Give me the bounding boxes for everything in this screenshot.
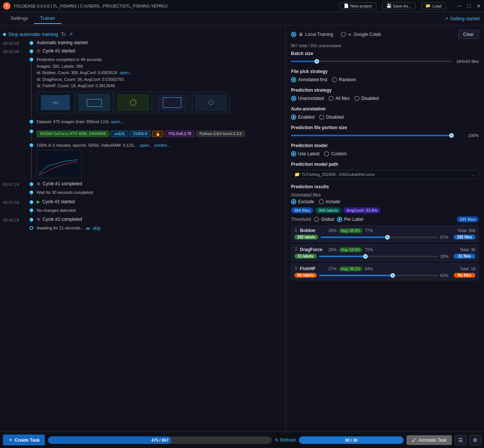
label-bobber-slider[interactable] bbox=[321, 237, 438, 238]
batch-size-thumb[interactable] bbox=[315, 59, 319, 64]
custom-radio[interactable] bbox=[324, 151, 329, 156]
prediction-file-portion-label: Prediction file portion size bbox=[291, 125, 479, 130]
close-button[interactable]: ✕ bbox=[477, 3, 481, 9]
label-bobber-thumb[interactable] bbox=[385, 235, 390, 240]
browse-button[interactable]: ... bbox=[472, 172, 475, 177]
prediction-file-portion-fill bbox=[291, 135, 451, 136]
all-files-option[interactable]: All files bbox=[328, 96, 350, 101]
training-chart[interactable] bbox=[37, 150, 82, 178]
training-progress-text: 100% in 3 minutes, epochs: 50/50, VideoR… bbox=[37, 142, 282, 149]
disabled-prediction-option[interactable]: Disabled bbox=[354, 96, 379, 101]
prediction-file-portion-slider[interactable]: 100% bbox=[291, 133, 479, 138]
batch-size-slider[interactable]: 16%/63 files bbox=[291, 59, 479, 64]
prediction-results-section: Prediction results Annotated files Exclu… bbox=[291, 184, 479, 280]
label-dragforce-thumb[interactable] bbox=[363, 254, 368, 259]
auto-annotation-enabled-radio[interactable] bbox=[291, 115, 296, 120]
prediction-file-portion-thumb[interactable] bbox=[449, 133, 454, 138]
save-icon: 💾 bbox=[386, 3, 392, 8]
timeline-dot bbox=[30, 58, 33, 61]
open-link-bobber[interactable]: open... bbox=[120, 70, 132, 76]
include-option[interactable]: Include bbox=[319, 199, 340, 204]
exclude-radio[interactable] bbox=[291, 199, 296, 204]
label-fishhp-thumb[interactable] bbox=[390, 273, 395, 278]
auto-annotation-section: Auto-annotation Enabled Disabled bbox=[291, 106, 479, 120]
stop-training-button[interactable]: Stop automatic training bbox=[3, 31, 58, 37]
external-link-icon: ↗ bbox=[445, 16, 448, 21]
app-logo: Y bbox=[3, 2, 10, 10]
create-task-button[interactable]: ＋ Create Task bbox=[3, 435, 45, 445]
per-label-threshold-radio[interactable] bbox=[337, 217, 342, 222]
tab-trainer[interactable]: Trainer bbox=[34, 13, 61, 24]
annotate-task-button[interactable]: 🖊 Annotate Task bbox=[407, 435, 452, 445]
global-threshold-option[interactable]: Global bbox=[314, 217, 334, 222]
disabled-prediction-radio[interactable] bbox=[354, 96, 359, 101]
use-latest-option[interactable]: Use Latest bbox=[291, 151, 319, 156]
prediction-images: Images: 392, Labels: 360 bbox=[37, 63, 282, 70]
refresh-button[interactable]: ↻ Refresh bbox=[275, 438, 296, 443]
thumbnail-5[interactable] bbox=[192, 92, 230, 113]
progress-bar-1-label: 475 / 867 bbox=[151, 438, 169, 442]
drag-handle-dragforce[interactable]: ⠿ bbox=[294, 247, 298, 252]
auto-annotation-disabled-radio[interactable] bbox=[319, 115, 324, 120]
auto-annotation-disabled-option[interactable]: Disabled bbox=[319, 115, 344, 120]
stats-text: 867 total / 392 unannotated bbox=[291, 43, 479, 48]
log-entry-prediction: Prediction completed in 49 seconds Image… bbox=[0, 56, 285, 118]
include-label: Include bbox=[326, 199, 340, 204]
python-badge: Python-3.9.0 torch-2.3.0 bbox=[196, 131, 245, 137]
label-dragforce-slider[interactable] bbox=[319, 256, 438, 257]
label-row-bobber: ⠿ Bobber 25% Avg: 69.0% 77% Total: 306 2… bbox=[291, 225, 479, 242]
thumbnail-4[interactable] bbox=[153, 92, 191, 113]
auto-annotation-enabled-option[interactable]: Enabled bbox=[291, 115, 315, 120]
load-icon: 📂 bbox=[426, 3, 431, 8]
minimize-button[interactable]: ─ bbox=[458, 3, 462, 9]
use-latest-radio[interactable] bbox=[291, 151, 296, 156]
random-radio[interactable] bbox=[332, 77, 337, 82]
prediction-file-portion-value: 100% bbox=[454, 133, 479, 138]
thumbnail-3[interactable] bbox=[114, 92, 152, 113]
local-training-option[interactable]: 🖥 Local Training bbox=[291, 32, 333, 37]
global-threshold-radio[interactable] bbox=[314, 217, 319, 222]
open-dataset-link[interactable]: open... bbox=[111, 119, 124, 125]
unannotated-radio[interactable] bbox=[291, 96, 296, 101]
annotated-first-radio[interactable] bbox=[291, 77, 296, 82]
tab-settings[interactable]: Settings bbox=[4, 13, 34, 24]
label-fishhp-slider[interactable] bbox=[319, 275, 438, 276]
drag-handle-fishhp[interactable]: ⠿ bbox=[294, 266, 298, 271]
new-project-button[interactable]: 📄 New project bbox=[340, 2, 376, 9]
unannotated-option[interactable]: Unannotated bbox=[291, 96, 324, 101]
titlebar-buttons: 📄 New project 💾 Save As... 📂 Load ─ □ ✕ bbox=[340, 2, 481, 9]
settings-gear-button[interactable]: ⚙ bbox=[469, 435, 481, 445]
label-fishhp-slider-row: No labels 62% No files bbox=[294, 273, 475, 278]
annotated-first-option[interactable]: Annotated-first bbox=[291, 77, 327, 82]
label-row-dragforce: ⠿ DragForce 25% Avg: 53.6% 71% Total: 36… bbox=[291, 244, 479, 261]
cuda-version-badge: cu121 bbox=[111, 131, 128, 137]
svg-rect-13 bbox=[195, 94, 227, 111]
prediction-model-path-input[interactable]: 📁 TLFishing_202408...XXkGukwhhbl.onnx ..… bbox=[291, 170, 479, 179]
app-title: YOLOEASE 0.0.0.0 | TL_FISHING | C:\USERS… bbox=[13, 4, 337, 8]
load-button[interactable]: 📂 Load bbox=[422, 2, 445, 9]
colab-radio[interactable] bbox=[341, 32, 346, 37]
log-entry-wait: Wait for 30 seconds completed bbox=[0, 189, 285, 198]
getting-started-button[interactable]: ↗ Getting started bbox=[445, 16, 480, 21]
open-log-icon[interactable]: ↗ bbox=[69, 31, 73, 37]
per-label-threshold-option[interactable]: Per Label bbox=[337, 217, 363, 222]
local-training-radio[interactable] bbox=[291, 32, 296, 37]
label-dragforce-pct: 39% bbox=[440, 254, 451, 259]
custom-option[interactable]: Custom bbox=[324, 151, 346, 156]
label-bobber-name: Bobber bbox=[300, 228, 326, 233]
include-radio[interactable] bbox=[319, 199, 324, 204]
predict-link[interactable]: predict... bbox=[154, 142, 170, 149]
thumbnail-2[interactable] bbox=[76, 92, 113, 113]
thumbnail-1[interactable]: IMG bbox=[37, 92, 74, 113]
drag-handle-bobber[interactable]: ⠿ bbox=[294, 228, 298, 233]
list-view-button[interactable]: ☰ bbox=[455, 435, 466, 445]
maximize-button[interactable]: □ bbox=[468, 3, 471, 9]
all-files-radio[interactable] bbox=[328, 96, 334, 101]
open-training-link[interactable]: open... bbox=[140, 142, 152, 149]
google-colab-option[interactable]: ∞ Google Colab bbox=[341, 32, 381, 37]
skip-link[interactable]: skip bbox=[93, 226, 101, 231]
random-option[interactable]: Random bbox=[332, 77, 356, 82]
clear-button[interactable]: Clear bbox=[458, 30, 479, 39]
save-as-button[interactable]: 💾 Save As... bbox=[382, 2, 416, 9]
exclude-option[interactable]: Exclude bbox=[291, 199, 314, 204]
